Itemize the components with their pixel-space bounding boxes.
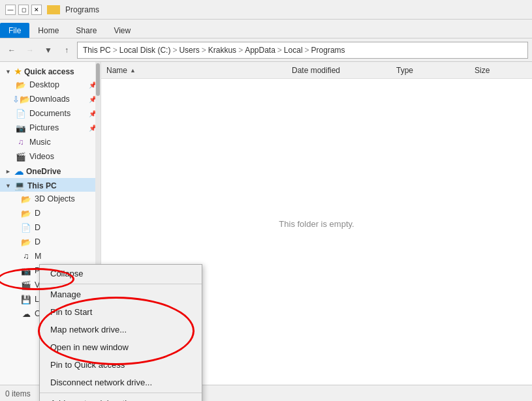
- onedrive-section[interactable]: ► ☁ OneDrive: [0, 164, 101, 178]
- ctx-pin-start[interactable]: Pin to Start: [40, 303, 202, 321]
- status-text: 0 items: [5, 389, 31, 398]
- sidebar-scrollbar-thumb: [96, 63, 100, 96]
- 3dobjects-icon: 📂: [21, 194, 31, 204]
- title-bar: — ◻ ✕ Programs: [0, 0, 532, 20]
- ribbon: File Home Share View: [0, 20, 532, 38]
- sub-videos-icon: 🎬: [21, 280, 31, 290]
- sidebar-sub-documents-label: D: [35, 223, 40, 232]
- col-sort-arrow: ▲: [130, 67, 136, 74]
- forward-button[interactable]: →: [22, 42, 38, 58]
- path-krakkus[interactable]: Krakkus: [208, 46, 236, 55]
- quick-access-section[interactable]: ▼ ★ Quick access: [0, 65, 101, 78]
- sidebar-sub-downloads-label: D: [35, 237, 40, 246]
- tab-file[interactable]: File: [0, 23, 29, 38]
- ctx-add-location[interactable]: Add a network location: [40, 394, 202, 401]
- empty-folder-text: This folder is empty.: [279, 218, 354, 228]
- minimize-icon[interactable]: —: [5, 5, 16, 15]
- col-name-header[interactable]: Name ▲: [106, 66, 292, 75]
- ctx-collapse[interactable]: Collapse: [40, 265, 202, 282]
- sidebar-item-desktop[interactable]: 📂 Desktop 📌: [0, 78, 101, 92]
- quick-access-label: Quick access: [24, 67, 74, 76]
- ctx-pin-quick[interactable]: Pin to Quick access: [40, 356, 202, 374]
- sidebar-item-videos[interactable]: 🎬 Videos: [0, 149, 101, 164]
- sub-documents-icon: 📄: [21, 222, 31, 233]
- sidebar-3dobjects-label: 3D Objects: [35, 194, 75, 203]
- onedrive-cloud-icon: ☁: [14, 166, 23, 177]
- onedrive-label: OneDrive: [26, 167, 61, 176]
- sub-pictures-icon: 📷: [21, 265, 31, 276]
- sidebar-sub-music[interactable]: ♫ M: [0, 249, 101, 263]
- music-icon: ♫: [16, 137, 26, 147]
- address-bar: ← → ▼ ↑ This PC > Local Disk (C:) > User…: [0, 38, 532, 62]
- sub-desktop-icon: 📂: [21, 208, 31, 218]
- sub-downloads-icon: 📂: [21, 237, 31, 247]
- ctx-sep1: [40, 284, 202, 284]
- ctx-manage-label: Manage: [50, 290, 81, 299]
- col-date-label: Date modified: [292, 66, 340, 75]
- sidebar-3dobjects[interactable]: 📂 3D Objects: [0, 192, 101, 206]
- sidebar-videos-label: Videos: [29, 152, 54, 161]
- sidebar-local-disk-label: L: [35, 295, 39, 304]
- column-headers: Name ▲ Date modified Type Size: [101, 62, 532, 79]
- path-localdisk[interactable]: Local Disk (C:): [119, 46, 171, 55]
- sidebar-item-music[interactable]: ♫ Music: [0, 135, 101, 149]
- videos-icon: 🎬: [16, 151, 26, 162]
- ctx-collapse-label: Collapse: [50, 269, 84, 278]
- back-button[interactable]: ←: [4, 42, 20, 58]
- thispc-label: This PC: [27, 181, 57, 190]
- sidebar-pictures-label: Pictures: [29, 123, 59, 132]
- col-name-label: Name: [106, 66, 127, 75]
- onedrive-arrow: ►: [5, 168, 13, 175]
- context-menu: Collapse Manage Pin to Start Map network…: [39, 264, 202, 401]
- ctx-map-drive-label: Map network drive...: [50, 325, 127, 334]
- desktop-folder-icon: 📂: [16, 80, 26, 90]
- sidebar-sub-desktop-label: D: [35, 209, 40, 218]
- col-type-header[interactable]: Type: [396, 66, 475, 75]
- sidebar-item-documents[interactable]: 📄 Documents 📌: [0, 106, 101, 121]
- thispc-section[interactable]: ▼ 💻 This PC: [0, 178, 101, 192]
- window-title: Programs: [65, 5, 99, 14]
- path-programs[interactable]: Programs: [311, 46, 345, 55]
- quick-access-arrow: ▼: [5, 68, 13, 75]
- sidebar-sub-downloads[interactable]: 📂 D: [0, 235, 101, 249]
- recent-button[interactable]: ▼: [40, 42, 56, 58]
- sidebar-item-downloads[interactable]: ⇩📂 Downloads 📌: [0, 92, 101, 106]
- title-bar-icons: — ◻ ✕: [5, 5, 42, 15]
- tab-view[interactable]: View: [105, 23, 139, 38]
- restore-icon[interactable]: ◻: [18, 5, 29, 15]
- ctx-manage[interactable]: Manage: [40, 286, 202, 303]
- folder-icon: [47, 5, 60, 14]
- onedrive-sub-icon: ☁: [21, 308, 31, 319]
- path-thispc[interactable]: This PC: [83, 46, 111, 55]
- local-disk-icon: 💾: [21, 294, 31, 304]
- sidebar-sub-documents[interactable]: 📄 D: [0, 220, 101, 235]
- close-icon[interactable]: ✕: [31, 5, 42, 15]
- address-path[interactable]: This PC > Local Disk (C:) > Users > Krak…: [77, 42, 528, 59]
- path-appdata[interactable]: AppData: [245, 46, 275, 55]
- main-layout: ▼ ★ Quick access 📂 Desktop 📌 ⇩📂 Download…: [0, 62, 532, 385]
- col-size-header[interactable]: Size: [475, 66, 527, 75]
- col-type-label: Type: [396, 66, 413, 75]
- col-date-header[interactable]: Date modified: [292, 66, 396, 75]
- ctx-open-window[interactable]: Open in new window: [40, 338, 202, 356]
- tab-share[interactable]: Share: [67, 23, 105, 38]
- tab-home[interactable]: Home: [29, 23, 67, 38]
- sidebar-documents-label: Documents: [29, 109, 70, 118]
- ctx-sep2: [40, 393, 202, 393]
- thispc-icon: 💻: [14, 181, 25, 190]
- sidebar-desktop-label: Desktop: [29, 80, 59, 89]
- up-button[interactable]: ↑: [59, 42, 74, 58]
- pictures-folder-icon: 📷: [16, 123, 26, 133]
- ctx-map-drive[interactable]: Map network drive...: [40, 321, 202, 338]
- quick-access-star-icon: ★: [14, 67, 22, 76]
- sub-music-icon: ♫: [21, 251, 31, 261]
- sidebar-music-label: Music: [29, 138, 51, 147]
- sidebar-sub-desktop[interactable]: 📂 D: [0, 206, 101, 220]
- ctx-open-window-label: Open in new window: [50, 342, 129, 352]
- ribbon-tabs: File Home Share View: [0, 20, 532, 38]
- path-local[interactable]: Local: [284, 46, 303, 55]
- sidebar-item-pictures[interactable]: 📷 Pictures 📌: [0, 121, 101, 135]
- path-users[interactable]: Users: [179, 46, 199, 55]
- ctx-pin-quick-label: Pin to Quick access: [50, 360, 125, 370]
- ctx-disconnect[interactable]: Disconnect network drive...: [40, 374, 202, 391]
